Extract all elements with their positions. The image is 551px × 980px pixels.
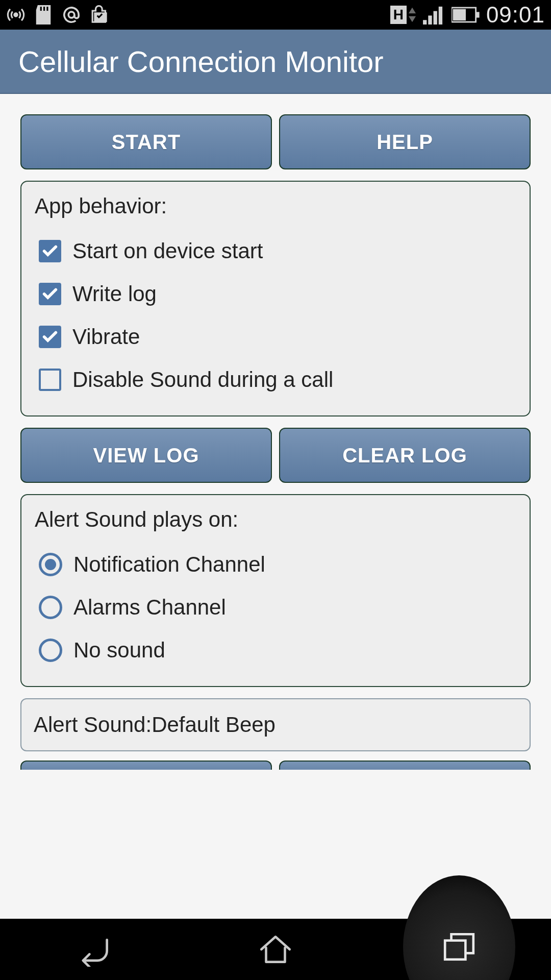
checkbox-icon <box>39 240 61 262</box>
checkbox-label: Disable Sound during a call <box>72 368 333 392</box>
radio-icon <box>39 596 62 619</box>
checkbox-icon <box>39 369 61 391</box>
checkbox-label: Vibrate <box>72 325 140 349</box>
navigation-bar <box>0 919 551 980</box>
checkbox-vibrate[interactable]: Vibrate <box>35 315 516 358</box>
top-button-row: START HELP <box>20 114 531 169</box>
svg-rect-7 <box>433 11 437 24</box>
radio-notification-channel[interactable]: Notification Channel <box>35 543 516 586</box>
alert-channel-panel: Alert Sound plays on: Notification Chann… <box>20 494 531 687</box>
svg-rect-1 <box>40 7 42 11</box>
app-header: Cellular Connection Monitor <box>0 30 551 94</box>
clock: 09:01 <box>486 2 545 28</box>
view-log-button[interactable]: VIEW LOG <box>20 428 272 483</box>
checkbox-icon <box>39 283 61 305</box>
at-sign-icon <box>61 5 82 25</box>
svg-rect-10 <box>453 9 466 20</box>
app-behavior-title: App behavior: <box>35 194 516 218</box>
alert-channel-title: Alert Sound plays on: <box>35 507 516 532</box>
partial-button-right[interactable] <box>279 761 531 770</box>
svg-point-0 <box>14 13 17 16</box>
network-type-icon: H <box>390 6 417 24</box>
antenna-icon <box>6 5 26 24</box>
svg-rect-6 <box>428 15 432 24</box>
home-button[interactable] <box>219 919 332 980</box>
checkbox-disable-sound-during-call[interactable]: Disable Sound during a call <box>35 358 516 401</box>
sd-card-icon <box>35 5 52 24</box>
back-button[interactable] <box>36 919 148 980</box>
shopping-bag-icon <box>91 5 110 24</box>
svg-rect-3 <box>46 7 48 11</box>
checkbox-write-log[interactable]: Write log <box>35 273 516 315</box>
status-bar: H 09:01 <box>0 0 551 30</box>
radio-icon <box>39 639 62 662</box>
clear-log-button[interactable]: CLEAR LOG <box>279 428 531 483</box>
status-right: H 09:01 <box>390 2 545 28</box>
signal-icon <box>423 5 445 24</box>
checkbox-label: Write log <box>72 282 157 306</box>
radio-alarms-channel[interactable]: Alarms Channel <box>35 586 516 629</box>
page-title: Cellular Connection Monitor <box>18 44 384 79</box>
radio-label: Alarms Channel <box>73 595 226 620</box>
checkbox-start-on-device-start[interactable]: Start on device start <box>35 230 516 273</box>
partial-button-left[interactable] <box>20 761 272 770</box>
svg-rect-8 <box>439 7 442 24</box>
partial-button-row <box>20 761 531 770</box>
status-left <box>6 5 110 25</box>
help-button[interactable]: HELP <box>279 114 531 169</box>
battery-icon <box>452 6 480 23</box>
log-button-row: VIEW LOG CLEAR LOG <box>20 428 531 483</box>
svg-rect-2 <box>43 7 45 11</box>
recent-apps-button[interactable] <box>403 919 515 980</box>
content: START HELP App behavior: Start on device… <box>0 94 551 770</box>
radio-label: Notification Channel <box>73 552 265 577</box>
alert-sound-selector[interactable]: Alert Sound:Default Beep <box>20 698 531 751</box>
radio-icon <box>39 553 62 576</box>
checkbox-label: Start on device start <box>72 239 263 263</box>
svg-rect-11 <box>477 12 480 17</box>
app-behavior-panel: App behavior: Start on device start Writ… <box>20 181 531 416</box>
checkbox-icon <box>39 326 61 348</box>
radio-no-sound[interactable]: No sound <box>35 629 516 672</box>
radio-label: No sound <box>73 638 165 663</box>
start-button[interactable]: START <box>20 114 272 169</box>
svg-rect-12 <box>445 941 465 960</box>
alert-sound-label: Alert Sound:Default Beep <box>34 713 276 737</box>
svg-rect-5 <box>423 20 427 24</box>
